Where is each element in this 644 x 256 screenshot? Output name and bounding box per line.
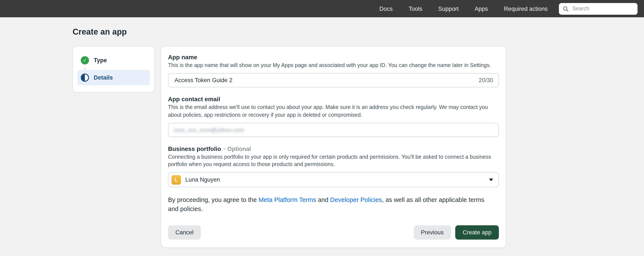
terms-prefix: By proceeding, you agree to the xyxy=(168,196,258,203)
previous-button[interactable]: Previous xyxy=(414,225,451,240)
app-name-input[interactable] xyxy=(174,77,475,84)
page-title: Create an app xyxy=(72,27,644,37)
search-icon xyxy=(563,6,568,12)
create-app-button[interactable]: Create app xyxy=(455,225,499,240)
step-details[interactable]: Details xyxy=(77,70,150,85)
contact-email-label: App contact email xyxy=(168,96,499,103)
business-portfolio-label: Business portfolio xyxy=(168,145,221,152)
search-input[interactable] xyxy=(572,5,634,12)
contact-email-redacted-value: xxxx_xxx_xxxx@yahoo.com xyxy=(174,127,244,133)
contact-email-section: App contact email This is the email addr… xyxy=(168,96,499,137)
business-portfolio-section: Business portfolio · Optional Connecting… xyxy=(168,145,499,187)
optional-badge: · Optional xyxy=(224,146,251,152)
nav-tools[interactable]: Tools xyxy=(408,6,422,12)
terms-text: By proceeding, you agree to the Meta Pla… xyxy=(168,196,488,214)
portfolio-avatar: L xyxy=(172,175,181,185)
nav-apps[interactable]: Apps xyxy=(475,6,488,12)
half-circle-icon xyxy=(81,74,89,82)
page: Docs Tools Support Apps Required actions… xyxy=(0,0,644,256)
meta-platform-terms-link[interactable]: Meta Platform Terms xyxy=(258,196,316,203)
topbar: Docs Tools Support Apps Required actions xyxy=(0,0,644,17)
developer-policies-link[interactable]: Developer Policies xyxy=(330,196,382,203)
contact-email-field[interactable]: xxxx_xxx_xxxx@yahoo.com xyxy=(168,123,499,137)
step-details-label: Details xyxy=(94,74,113,81)
business-portfolio-description: Connecting a business portfolio to your … xyxy=(168,153,496,168)
check-circle-icon: ✓ xyxy=(81,56,89,64)
search-box[interactable] xyxy=(559,3,638,15)
app-name-label: App name xyxy=(168,54,499,61)
create-app-form: App name This is the app name that will … xyxy=(161,46,506,248)
app-name-field: 20/30 xyxy=(168,73,499,88)
stepper: ✓ Type Details xyxy=(72,46,155,93)
step-type-label: Type xyxy=(94,57,107,64)
business-portfolio-label-row: Business portfolio · Optional xyxy=(168,145,499,152)
business-portfolio-select[interactable]: L Luna Nguyen xyxy=(168,172,499,187)
form-actions: Cancel Previous Create app xyxy=(168,225,499,240)
app-name-section: App name This is the app name that will … xyxy=(168,54,499,88)
contact-email-description: This is the email address we'll use to c… xyxy=(168,104,496,119)
chevron-down-icon xyxy=(489,179,493,181)
char-counter: 20/30 xyxy=(478,77,493,84)
portfolio-selected-value: Luna Nguyen xyxy=(185,177,484,183)
terms-middle: and xyxy=(316,196,330,203)
nav-support[interactable]: Support xyxy=(438,6,459,12)
app-name-description: This is the app name that will show on y… xyxy=(168,62,496,69)
nav-required-actions[interactable]: Required actions xyxy=(504,6,548,12)
topbar-nav: Docs Tools Support Apps Required actions xyxy=(380,6,548,12)
content-row: ✓ Type Details App name This is the app … xyxy=(72,46,644,248)
cancel-button[interactable]: Cancel xyxy=(168,225,201,240)
step-type[interactable]: ✓ Type xyxy=(77,53,150,68)
main-content: Create an app ✓ Type Details App name Th… xyxy=(0,27,644,248)
step-connector xyxy=(84,68,85,70)
nav-docs[interactable]: Docs xyxy=(380,6,393,12)
